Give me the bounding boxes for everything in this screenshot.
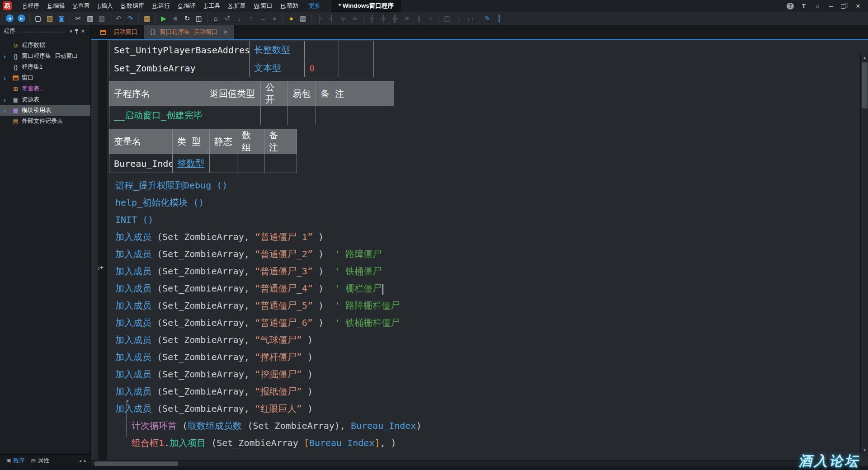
minimize-button[interactable]: ─: [827, 3, 835, 9]
menu-T[interactable]: T.工具: [200, 1, 224, 10]
tree-item-window[interactable]: ›窗口: [0, 72, 90, 83]
scroll-right-icon[interactable]: ▸: [84, 458, 86, 463]
copy-button[interactable]: ▥: [84, 13, 96, 24]
code-line-6[interactable]: 加入成员 (Set_ZombieArray, “普通僵尸_3” ) ' 铁桶僵尸: [109, 263, 868, 280]
code-line-1[interactable]: 进程_提升权限到Debug (): [109, 177, 868, 194]
space-horizontal-button[interactable]: ╬: [389, 13, 401, 24]
cut-button[interactable]: ✂: [72, 13, 84, 24]
align-top-button[interactable]: ╤: [337, 13, 349, 24]
menu-X[interactable]: X.扩展: [224, 1, 250, 10]
table-cell[interactable]: 长整数型: [250, 41, 305, 59]
code-line-3[interactable]: INIT (): [109, 211, 868, 228]
table-cell[interactable]: [264, 154, 297, 173]
table-cell[interactable]: [316, 106, 394, 125]
code-line-5[interactable]: 加入成员 (Set_ZombieArray, “普通僵尸_2” ) ' 路障僵尸: [109, 245, 868, 263]
code-line-9[interactable]: 加入成员 (Set_ZombieArray, “普通僵尸_6” ) ' 铁桶栅栏…: [109, 314, 868, 331]
code-line-15[interactable]: 计次循环首 (取数组成员数 (Set_ZombieArray), Bureau_…: [109, 417, 868, 434]
redo-button[interactable]: ↷: [124, 13, 136, 24]
code-line-14[interactable]: 加入成员 (Set_ZombieArray, “红眼巨人” ): [109, 400, 868, 417]
stop-button[interactable]: ■: [170, 13, 181, 24]
code-line-4[interactable]: 加入成员 (Set_ZombieArray, “普通僵尸_1” ): [109, 228, 868, 245]
vertical-scrollbar-thumb[interactable]: [862, 62, 868, 108]
tip-bulb-button[interactable]: ●: [285, 13, 297, 24]
run-button[interactable]: ▶: [158, 13, 170, 24]
breakpoint-button[interactable]: ●: [269, 13, 280, 24]
settings-gear-icon[interactable]: ☼: [814, 3, 821, 9]
chevron-right-icon[interactable]: ›: [4, 107, 11, 114]
align-right-button[interactable]: ╡: [326, 13, 337, 24]
help-icon[interactable]: ?: [787, 3, 794, 9]
table-cell[interactable]: [339, 41, 374, 59]
table-cell[interactable]: [261, 106, 288, 125]
save-button[interactable]: ▣: [56, 13, 67, 24]
table-cell[interactable]: Set_UnityPlayerBaseAddress: [109, 41, 250, 59]
home-button[interactable]: ⌂: [210, 13, 222, 24]
code-line-2[interactable]: help_初始化模块 (): [109, 194, 868, 211]
open-file-button[interactable]: ▨: [44, 13, 56, 24]
center-horizontal-button[interactable]: ╫: [366, 13, 377, 24]
table-cell[interactable]: 文本型: [250, 59, 305, 77]
align-bottom-button[interactable]: ╧: [349, 13, 361, 24]
close-button[interactable]: ✕: [854, 3, 862, 9]
find-in-files-button[interactable]: ▩: [141, 13, 153, 24]
nav-back-button[interactable]: ◄: [4, 13, 15, 24]
menu-R[interactable]: R.运行: [148, 1, 174, 10]
close-icon[interactable]: ✕: [223, 29, 228, 35]
close-icon[interactable]: ✕: [79, 28, 87, 34]
table-cell[interactable]: [210, 154, 237, 173]
document-title-tab[interactable]: * Windows窗口程序: [331, 0, 401, 12]
chevron-down-icon[interactable]: ▾: [68, 28, 74, 34]
menu-F[interactable]: F.程序: [19, 1, 43, 10]
equal-vertical-button[interactable]: ≈: [425, 13, 436, 24]
code-line-10[interactable]: 加入成员 (Set_ZombieArray, “气球僵尸” ): [109, 331, 868, 348]
table-cell[interactable]: [237, 154, 264, 173]
goto-line-button[interactable]: →: [257, 13, 269, 24]
horizontal-scrollbar-thumb[interactable]: [94, 461, 178, 466]
chevron-right-icon[interactable]: ›: [4, 53, 11, 60]
editor-tab-window-program-set[interactable]: {} 窗口程序集_启动窗口 ✕: [144, 25, 234, 39]
table-cell[interactable]: [205, 106, 261, 125]
memo-note-button[interactable]: ▤: [297, 13, 309, 24]
center-vertical-button[interactable]: ╪: [377, 13, 389, 24]
chevron-right-icon[interactable]: ›: [4, 75, 11, 81]
equal-horizontal-button[interactable]: ∥: [413, 13, 425, 24]
static-compile-button[interactable]: ◫: [193, 13, 205, 24]
table-cell[interactable]: 0: [305, 59, 339, 77]
chevron-right-icon[interactable]: ›: [4, 96, 11, 103]
step-into-button[interactable]: ↓: [233, 13, 245, 24]
scroll-down-icon[interactable]: ▼: [861, 448, 868, 452]
menu-C[interactable]: C.编译: [174, 1, 200, 10]
table-cell[interactable]: [339, 59, 374, 77]
menu-V[interactable]: V.查看: [69, 1, 94, 10]
table-cell[interactable]: [305, 41, 339, 59]
code-line-7[interactable]: 加入成员 (Set_ZombieArray, “普通僵尸_4” ) ' 栅栏僵尸: [109, 280, 868, 297]
scroll-up-icon[interactable]: ▲: [861, 56, 868, 60]
tree-item-window-program-set[interactable]: ›{}窗口程序集_启动窗口: [0, 51, 90, 61]
ui-tools-button[interactable]: ┇: [493, 13, 505, 24]
table-cell[interactable]: __启动窗口_创建完毕: [109, 106, 205, 125]
pin-icon[interactable]: [74, 28, 79, 34]
menu-W[interactable]: W.窗口: [250, 1, 277, 10]
nav-forward-button[interactable]: ►: [15, 13, 27, 24]
code-line-16[interactable]: 组合框1.加入项目 (Set_ZombieArray [Bureau_Index…: [109, 434, 868, 451]
panel-tab-program[interactable]: ▣程序: [3, 457, 28, 465]
scroll-left-icon[interactable]: ◂: [79, 458, 81, 463]
same-height-button[interactable]: ↕: [453, 13, 465, 24]
restart-button[interactable]: ↻: [181, 13, 193, 24]
code-editor[interactable]: Set_UnityPlayerBaseAddress长整数型Set_Zombie…: [91, 40, 868, 460]
panel-tab-properties[interactable]: ▤属性: [28, 457, 52, 465]
code-line-13[interactable]: 加入成员 (Set_ZombieArray, “报纸僵尸” ): [109, 383, 868, 400]
step-refresh-button[interactable]: ↺: [222, 13, 233, 24]
same-width-button[interactable]: ◫: [441, 13, 453, 24]
horizontal-scrollbar[interactable]: [91, 460, 860, 466]
align-left-button[interactable]: ╞: [314, 13, 326, 24]
table-cell[interactable]: 整数型: [173, 154, 210, 173]
table-cell[interactable]: Set_ZombieArray: [109, 59, 250, 77]
new-file-button[interactable]: ▢: [32, 13, 44, 24]
table-cell[interactable]: Bureau_Index: [109, 154, 173, 173]
menu-more[interactable]: 更多: [302, 1, 327, 11]
paste-button[interactable]: ▤: [96, 13, 108, 24]
theme-shirt-icon[interactable]: T: [800, 3, 807, 9]
menu-E[interactable]: E.编辑: [43, 1, 69, 10]
restore-button[interactable]: [841, 4, 848, 9]
